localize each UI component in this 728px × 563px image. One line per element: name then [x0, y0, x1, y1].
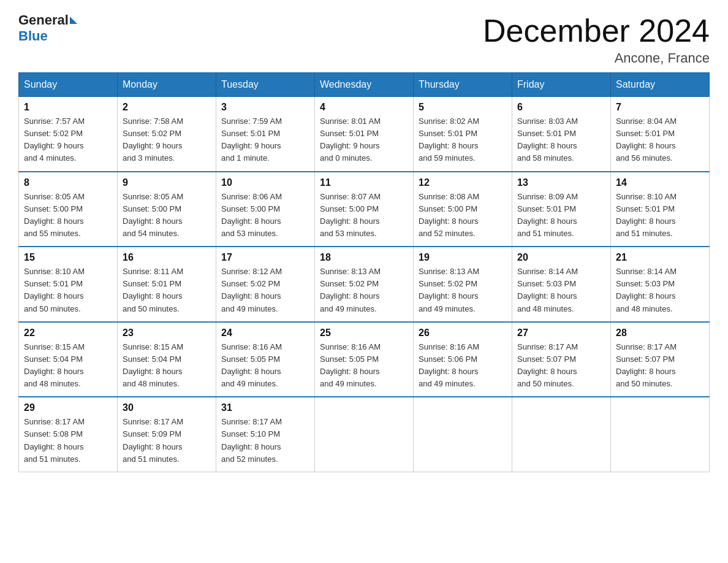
day-number: 10 [221, 177, 309, 188]
day-info: Sunrise: 8:13 AM Sunset: 5:02 PM Dayligh… [419, 266, 507, 315]
calendar-table: SundayMondayTuesdayWednesdayThursdayFrid… [18, 72, 710, 472]
day-number: 6 [517, 102, 605, 113]
day-number: 20 [517, 252, 605, 263]
page-header: General Blue December 2024 Ancone, Franc… [18, 12, 710, 66]
day-info: Sunrise: 8:17 AM Sunset: 5:07 PM Dayligh… [616, 341, 704, 391]
title-section: December 2024 Ancone, France [483, 12, 710, 66]
day-info: Sunrise: 8:11 AM Sunset: 5:01 PM Dayligh… [123, 266, 211, 315]
logo: General Blue [18, 12, 77, 44]
day-info: Sunrise: 8:02 AM Sunset: 5:01 PM Dayligh… [419, 115, 507, 165]
header-tuesday: Tuesday [216, 73, 315, 97]
calendar-cell: 2Sunrise: 7:58 AM Sunset: 5:02 PM Daylig… [118, 97, 216, 172]
day-info: Sunrise: 8:10 AM Sunset: 5:01 PM Dayligh… [24, 266, 112, 315]
day-number: 3 [221, 102, 309, 113]
calendar-cell: 26Sunrise: 8:16 AM Sunset: 5:06 PM Dayli… [414, 322, 512, 397]
day-info: Sunrise: 8:16 AM Sunset: 5:05 PM Dayligh… [221, 341, 309, 391]
day-number: 18 [320, 252, 408, 263]
calendar-cell: 11Sunrise: 8:07 AM Sunset: 5:00 PM Dayli… [315, 172, 414, 247]
day-number: 21 [616, 252, 704, 263]
calendar-cell: 21Sunrise: 8:14 AM Sunset: 5:03 PM Dayli… [611, 247, 710, 322]
logo-general: General [18, 12, 69, 28]
day-number: 2 [123, 102, 211, 113]
calendar-cell [512, 397, 611, 472]
day-number: 9 [123, 177, 211, 188]
day-number: 8 [24, 177, 112, 188]
calendar-cell: 18Sunrise: 8:13 AM Sunset: 5:02 PM Dayli… [315, 247, 414, 322]
day-info: Sunrise: 8:12 AM Sunset: 5:02 PM Dayligh… [221, 266, 309, 315]
calendar-cell [315, 397, 414, 472]
day-info: Sunrise: 8:13 AM Sunset: 5:02 PM Dayligh… [320, 266, 408, 315]
calendar-cell: 15Sunrise: 8:10 AM Sunset: 5:01 PM Dayli… [19, 247, 118, 322]
header-sunday: Sunday [19, 73, 118, 97]
header-friday: Friday [512, 73, 611, 97]
day-info: Sunrise: 8:16 AM Sunset: 5:05 PM Dayligh… [320, 341, 408, 391]
day-number: 11 [320, 177, 408, 188]
page-subtitle: Ancone, France [483, 50, 710, 66]
calendar-cell: 1Sunrise: 7:57 AM Sunset: 5:02 PM Daylig… [19, 97, 118, 172]
calendar-cell: 20Sunrise: 8:14 AM Sunset: 5:03 PM Dayli… [512, 247, 611, 322]
day-info: Sunrise: 8:15 AM Sunset: 5:04 PM Dayligh… [123, 341, 211, 391]
calendar-cell: 30Sunrise: 8:17 AM Sunset: 5:09 PM Dayli… [118, 397, 216, 472]
day-info: Sunrise: 7:58 AM Sunset: 5:02 PM Dayligh… [123, 115, 211, 165]
day-info: Sunrise: 8:14 AM Sunset: 5:03 PM Dayligh… [517, 266, 605, 315]
day-info: Sunrise: 8:16 AM Sunset: 5:06 PM Dayligh… [419, 341, 507, 391]
day-number: 29 [24, 402, 112, 413]
day-info: Sunrise: 8:17 AM Sunset: 5:08 PM Dayligh… [24, 416, 112, 465]
day-number: 24 [221, 327, 309, 339]
day-number: 4 [320, 102, 408, 113]
calendar-cell: 13Sunrise: 8:09 AM Sunset: 5:01 PM Dayli… [512, 172, 611, 247]
calendar-cell: 4Sunrise: 8:01 AM Sunset: 5:01 PM Daylig… [315, 97, 414, 172]
calendar-cell: 3Sunrise: 7:59 AM Sunset: 5:01 PM Daylig… [216, 97, 315, 172]
calendar-cell: 23Sunrise: 8:15 AM Sunset: 5:04 PM Dayli… [118, 322, 216, 397]
day-number: 14 [616, 177, 704, 188]
day-info: Sunrise: 8:17 AM Sunset: 5:09 PM Dayligh… [123, 416, 211, 465]
calendar-cell: 19Sunrise: 8:13 AM Sunset: 5:02 PM Dayli… [414, 247, 512, 322]
logo-blue-text: Blue [18, 28, 48, 44]
header-thursday: Thursday [414, 73, 512, 97]
day-number: 25 [320, 327, 408, 339]
day-number: 15 [24, 252, 112, 263]
day-info: Sunrise: 8:05 AM Sunset: 5:00 PM Dayligh… [123, 191, 211, 240]
page-title: December 2024 [483, 12, 710, 49]
day-info: Sunrise: 8:14 AM Sunset: 5:03 PM Dayligh… [616, 266, 704, 315]
calendar-cell: 16Sunrise: 8:11 AM Sunset: 5:01 PM Dayli… [118, 247, 216, 322]
header-wednesday: Wednesday [315, 73, 414, 97]
day-info: Sunrise: 8:01 AM Sunset: 5:01 PM Dayligh… [320, 115, 408, 165]
day-info: Sunrise: 8:08 AM Sunset: 5:00 PM Dayligh… [419, 191, 507, 240]
day-info: Sunrise: 8:10 AM Sunset: 5:01 PM Dayligh… [616, 191, 704, 240]
calendar-week-row: 22Sunrise: 8:15 AM Sunset: 5:04 PM Dayli… [19, 322, 710, 397]
header-monday: Monday [118, 73, 216, 97]
calendar-cell [414, 397, 512, 472]
calendar-cell: 29Sunrise: 8:17 AM Sunset: 5:08 PM Dayli… [19, 397, 118, 472]
calendar-header-row: SundayMondayTuesdayWednesdayThursdayFrid… [19, 73, 710, 97]
calendar-cell: 25Sunrise: 8:16 AM Sunset: 5:05 PM Dayli… [315, 322, 414, 397]
logo-triangle-icon [70, 17, 77, 24]
day-number: 17 [221, 252, 309, 263]
day-info: Sunrise: 8:17 AM Sunset: 5:10 PM Dayligh… [221, 416, 309, 465]
calendar-cell: 6Sunrise: 8:03 AM Sunset: 5:01 PM Daylig… [512, 97, 611, 172]
calendar-cell: 12Sunrise: 8:08 AM Sunset: 5:00 PM Dayli… [414, 172, 512, 247]
header-saturday: Saturday [611, 73, 710, 97]
day-number: 23 [123, 327, 211, 339]
calendar-cell [611, 397, 710, 472]
calendar-cell: 9Sunrise: 8:05 AM Sunset: 5:00 PM Daylig… [118, 172, 216, 247]
day-info: Sunrise: 7:59 AM Sunset: 5:01 PM Dayligh… [221, 115, 309, 165]
calendar-week-row: 8Sunrise: 8:05 AM Sunset: 5:00 PM Daylig… [19, 172, 710, 247]
day-number: 1 [24, 102, 112, 113]
day-number: 7 [616, 102, 704, 113]
day-number: 22 [24, 327, 112, 339]
calendar-cell: 5Sunrise: 8:02 AM Sunset: 5:01 PM Daylig… [414, 97, 512, 172]
day-number: 12 [419, 177, 507, 188]
day-info: Sunrise: 8:03 AM Sunset: 5:01 PM Dayligh… [517, 115, 605, 165]
calendar-cell: 14Sunrise: 8:10 AM Sunset: 5:01 PM Dayli… [611, 172, 710, 247]
calendar-cell: 27Sunrise: 8:17 AM Sunset: 5:07 PM Dayli… [512, 322, 611, 397]
day-number: 30 [123, 402, 211, 413]
calendar-cell: 8Sunrise: 8:05 AM Sunset: 5:00 PM Daylig… [19, 172, 118, 247]
day-info: Sunrise: 8:05 AM Sunset: 5:00 PM Dayligh… [24, 191, 112, 240]
day-info: Sunrise: 7:57 AM Sunset: 5:02 PM Dayligh… [24, 115, 112, 165]
calendar-cell: 22Sunrise: 8:15 AM Sunset: 5:04 PM Dayli… [19, 322, 118, 397]
calendar-week-row: 15Sunrise: 8:10 AM Sunset: 5:01 PM Dayli… [19, 247, 710, 322]
calendar-cell: 10Sunrise: 8:06 AM Sunset: 5:00 PM Dayli… [216, 172, 315, 247]
calendar-cell: 31Sunrise: 8:17 AM Sunset: 5:10 PM Dayli… [216, 397, 315, 472]
calendar-cell: 17Sunrise: 8:12 AM Sunset: 5:02 PM Dayli… [216, 247, 315, 322]
